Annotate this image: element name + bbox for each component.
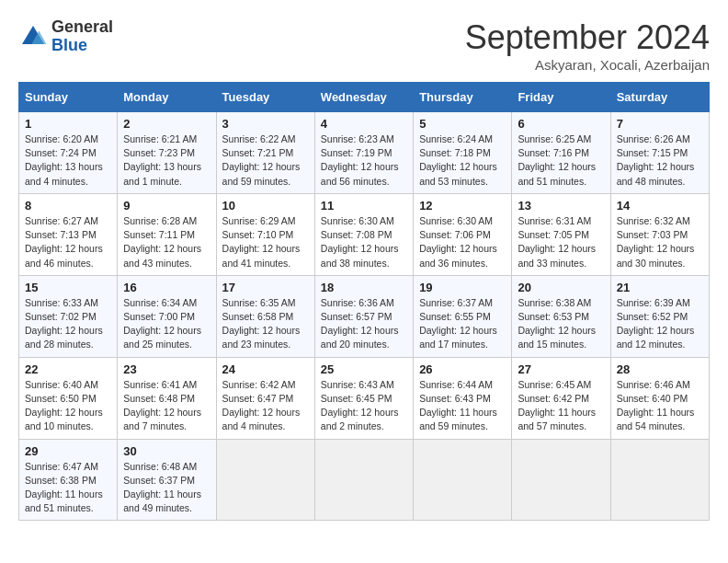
- logo: General Blue: [18, 18, 113, 55]
- table-row: 19 Sunrise: 6:37 AM Sunset: 6:55 PM Dayl…: [414, 275, 512, 357]
- title-area: September 2024 Askyaran, Xocali, Azerbai…: [465, 18, 710, 73]
- day-info: Sunrise: 6:22 AM Sunset: 7:21 PM Dayligh…: [222, 132, 309, 189]
- day-number: 24: [222, 362, 309, 376]
- table-row: [414, 439, 512, 521]
- table-row: 25 Sunrise: 6:43 AM Sunset: 6:45 PM Dayl…: [314, 357, 413, 439]
- day-info: Sunrise: 6:40 AM Sunset: 6:50 PM Dayligh…: [25, 378, 111, 434]
- day-number: 8: [25, 199, 111, 213]
- table-row: 16 Sunrise: 6:34 AM Sunset: 7:00 PM Dayl…: [118, 275, 216, 357]
- table-row: 4 Sunrise: 6:23 AM Sunset: 7:19 PM Dayli…: [314, 112, 413, 194]
- day-info: Sunrise: 6:25 AM Sunset: 7:16 PM Dayligh…: [518, 132, 604, 189]
- day-number: 2: [123, 117, 210, 131]
- table-row: 2 Sunrise: 6:21 AM Sunset: 7:23 PM Dayli…: [118, 112, 216, 194]
- day-number: 4: [321, 117, 407, 131]
- day-number: 21: [617, 281, 703, 294]
- day-number: 26: [419, 362, 506, 376]
- table-row: 3 Sunrise: 6:22 AM Sunset: 7:21 PM Dayli…: [216, 112, 314, 194]
- day-info: Sunrise: 6:23 AM Sunset: 7:19 PM Dayligh…: [321, 132, 407, 189]
- month-title: September 2024: [465, 18, 710, 57]
- table-row: 17 Sunrise: 6:35 AM Sunset: 6:58 PM Dayl…: [216, 275, 314, 357]
- day-number: 15: [25, 281, 111, 294]
- table-row: [512, 439, 610, 521]
- day-info: Sunrise: 6:46 AM Sunset: 6:40 PM Dayligh…: [617, 378, 703, 434]
- day-info: Sunrise: 6:30 AM Sunset: 7:08 PM Dayligh…: [321, 214, 407, 270]
- day-number: 10: [222, 199, 309, 213]
- day-info: Sunrise: 6:27 AM Sunset: 7:13 PM Dayligh…: [25, 214, 111, 270]
- table-row: 24 Sunrise: 6:42 AM Sunset: 6:47 PM Dayl…: [216, 357, 314, 439]
- day-info: Sunrise: 6:42 AM Sunset: 6:47 PM Dayligh…: [222, 378, 309, 434]
- col-tuesday: Tuesday: [216, 83, 314, 112]
- table-row: 8 Sunrise: 6:27 AM Sunset: 7:13 PM Dayli…: [19, 193, 118, 275]
- calendar-week-row: 8 Sunrise: 6:27 AM Sunset: 7:13 PM Dayli…: [19, 193, 710, 275]
- table-row: 30 Sunrise: 6:48 AM Sunset: 6:37 PM Dayl…: [118, 439, 216, 521]
- day-info: Sunrise: 6:31 AM Sunset: 7:05 PM Dayligh…: [518, 214, 604, 270]
- table-row: 21 Sunrise: 6:39 AM Sunset: 6:52 PM Dayl…: [610, 275, 709, 357]
- table-row: 26 Sunrise: 6:44 AM Sunset: 6:43 PM Dayl…: [414, 357, 512, 439]
- logo-icon: [18, 22, 48, 52]
- table-row: 15 Sunrise: 6:33 AM Sunset: 7:02 PM Dayl…: [19, 275, 118, 357]
- day-number: 16: [123, 281, 210, 294]
- day-number: 29: [25, 444, 111, 458]
- table-row: 20 Sunrise: 6:38 AM Sunset: 6:53 PM Dayl…: [512, 275, 610, 357]
- table-row: 9 Sunrise: 6:28 AM Sunset: 7:11 PM Dayli…: [118, 193, 216, 275]
- day-info: Sunrise: 6:24 AM Sunset: 7:18 PM Dayligh…: [419, 132, 506, 189]
- day-number: 18: [321, 281, 407, 294]
- table-row: 13 Sunrise: 6:31 AM Sunset: 7:05 PM Dayl…: [512, 193, 610, 275]
- day-info: Sunrise: 6:20 AM Sunset: 7:24 PM Dayligh…: [25, 132, 111, 189]
- calendar-week-row: 15 Sunrise: 6:33 AM Sunset: 7:02 PM Dayl…: [19, 275, 710, 357]
- day-number: 5: [419, 117, 506, 131]
- day-number: 9: [123, 199, 210, 213]
- day-number: 12: [419, 199, 506, 213]
- table-row: 1 Sunrise: 6:20 AM Sunset: 7:24 PM Dayli…: [19, 112, 118, 194]
- table-row: [610, 439, 709, 521]
- calendar-week-row: 29 Sunrise: 6:47 AM Sunset: 6:38 PM Dayl…: [19, 439, 710, 521]
- calendar-week-row: 22 Sunrise: 6:40 AM Sunset: 6:50 PM Dayl…: [19, 357, 710, 439]
- day-number: 3: [222, 117, 309, 131]
- col-monday: Monday: [118, 83, 216, 112]
- logo-blue-text: Blue: [51, 36, 87, 54]
- table-row: 10 Sunrise: 6:29 AM Sunset: 7:10 PM Dayl…: [216, 193, 314, 275]
- location-subtitle: Askyaran, Xocali, Azerbaijan: [465, 57, 710, 73]
- day-info: Sunrise: 6:37 AM Sunset: 6:55 PM Dayligh…: [419, 296, 506, 352]
- table-row: 11 Sunrise: 6:30 AM Sunset: 7:08 PM Dayl…: [314, 193, 413, 275]
- col-sunday: Sunday: [19, 83, 118, 112]
- day-number: 11: [321, 199, 407, 213]
- page-header: General Blue September 2024 Askyaran, Xo…: [18, 18, 710, 73]
- col-wednesday: Wednesday: [314, 83, 413, 112]
- day-info: Sunrise: 6:30 AM Sunset: 7:06 PM Dayligh…: [419, 214, 506, 270]
- day-number: 7: [617, 117, 703, 131]
- day-info: Sunrise: 6:33 AM Sunset: 7:02 PM Dayligh…: [25, 296, 111, 352]
- day-number: 19: [419, 281, 506, 294]
- day-info: Sunrise: 6:38 AM Sunset: 6:53 PM Dayligh…: [518, 296, 604, 352]
- table-row: 29 Sunrise: 6:47 AM Sunset: 6:38 PM Dayl…: [19, 439, 118, 521]
- day-info: Sunrise: 6:35 AM Sunset: 6:58 PM Dayligh…: [222, 296, 309, 352]
- day-number: 22: [25, 362, 111, 376]
- table-row: 14 Sunrise: 6:32 AM Sunset: 7:03 PM Dayl…: [610, 193, 709, 275]
- day-info: Sunrise: 6:48 AM Sunset: 6:37 PM Dayligh…: [123, 460, 210, 516]
- day-number: 1: [25, 117, 111, 131]
- calendar-header-row: Sunday Monday Tuesday Wednesday Thursday…: [19, 83, 710, 112]
- day-info: Sunrise: 6:36 AM Sunset: 6:57 PM Dayligh…: [321, 296, 407, 352]
- day-number: 28: [617, 362, 703, 376]
- day-number: 17: [222, 281, 309, 294]
- table-row: 12 Sunrise: 6:30 AM Sunset: 7:06 PM Dayl…: [414, 193, 512, 275]
- logo-general-text: General: [51, 17, 113, 36]
- day-info: Sunrise: 6:41 AM Sunset: 6:48 PM Dayligh…: [123, 378, 210, 434]
- table-row: 5 Sunrise: 6:24 AM Sunset: 7:18 PM Dayli…: [414, 112, 512, 194]
- day-info: Sunrise: 6:45 AM Sunset: 6:42 PM Dayligh…: [518, 378, 604, 434]
- table-row: 18 Sunrise: 6:36 AM Sunset: 6:57 PM Dayl…: [314, 275, 413, 357]
- day-number: 14: [617, 199, 703, 213]
- day-info: Sunrise: 6:29 AM Sunset: 7:10 PM Dayligh…: [222, 214, 309, 270]
- day-info: Sunrise: 6:26 AM Sunset: 7:15 PM Dayligh…: [617, 132, 703, 189]
- calendar-table: Sunday Monday Tuesday Wednesday Thursday…: [18, 82, 710, 521]
- day-number: 30: [123, 444, 210, 458]
- day-info: Sunrise: 6:32 AM Sunset: 7:03 PM Dayligh…: [617, 214, 703, 270]
- table-row: 27 Sunrise: 6:45 AM Sunset: 6:42 PM Dayl…: [512, 357, 610, 439]
- calendar-week-row: 1 Sunrise: 6:20 AM Sunset: 7:24 PM Dayli…: [19, 112, 710, 194]
- table-row: 6 Sunrise: 6:25 AM Sunset: 7:16 PM Dayli…: [512, 112, 610, 194]
- table-row: [216, 439, 314, 521]
- day-info: Sunrise: 6:28 AM Sunset: 7:11 PM Dayligh…: [123, 214, 210, 270]
- day-info: Sunrise: 6:43 AM Sunset: 6:45 PM Dayligh…: [321, 378, 407, 434]
- day-number: 25: [321, 362, 407, 376]
- table-row: 23 Sunrise: 6:41 AM Sunset: 6:48 PM Dayl…: [118, 357, 216, 439]
